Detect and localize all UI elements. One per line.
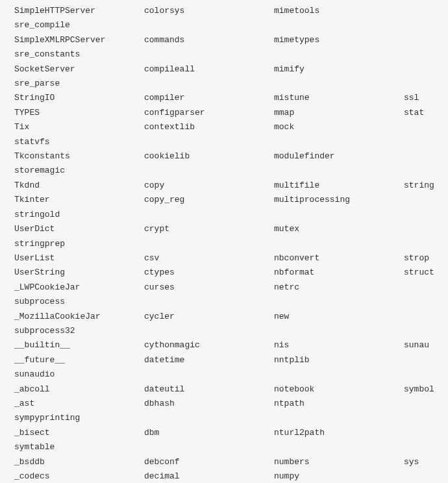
module-name: sre_parse bbox=[14, 77, 144, 91]
module-row: subprocess bbox=[14, 295, 448, 309]
module-list: SimpleHTTPServercolorsysmimetoolssre_com… bbox=[14, 4, 448, 483]
module-name: numbers bbox=[274, 455, 404, 469]
module-name: _MozillaCookieJar bbox=[14, 310, 144, 324]
module-name: new bbox=[274, 310, 404, 324]
module-row: SimpleXMLRPCServercommandsmimetypes bbox=[14, 33, 448, 47]
module-name: Tkinter bbox=[14, 193, 144, 207]
module-row: _bisectdbmnturl2path bbox=[14, 426, 448, 440]
module-name: Tkdnd bbox=[14, 179, 144, 193]
module-name: debconf bbox=[144, 455, 274, 469]
module-row: sre_constants bbox=[14, 47, 448, 62]
module-name: compiler bbox=[144, 91, 274, 105]
module-row: SimpleHTTPServercolorsysmimetools bbox=[14, 4, 448, 18]
module-row: sre_compile bbox=[14, 18, 448, 32]
module-row: UserDictcryptmutex bbox=[14, 222, 448, 236]
module-name: struct bbox=[404, 266, 434, 280]
module-row: sympyprinting bbox=[14, 411, 448, 425]
module-name: netrc bbox=[274, 280, 404, 295]
module-name: stringprep bbox=[14, 237, 144, 251]
module-name: nis bbox=[274, 338, 404, 353]
module-row: TYPESconfigparsermmapstat bbox=[14, 106, 448, 120]
module-row: _codecsdecimalnumpy bbox=[14, 469, 448, 483]
module-row: __builtin__cythonmagicnissunau bbox=[14, 338, 448, 353]
module-name: datetime bbox=[144, 353, 274, 367]
module-name: multifile bbox=[274, 179, 404, 193]
module-name: sre_compile bbox=[14, 18, 144, 32]
module-row: _bsddbdebconfnumberssys bbox=[14, 455, 448, 469]
module-name: mistune bbox=[274, 91, 404, 105]
module-row: statvfs bbox=[14, 135, 448, 149]
module-name: cookielib bbox=[144, 149, 274, 164]
module-row: symtable bbox=[14, 440, 448, 454]
module-name: stat bbox=[404, 106, 424, 120]
module-name: _LWPCookieJar bbox=[14, 280, 144, 295]
module-name: ntpath bbox=[274, 397, 404, 411]
module-name: storemagic bbox=[14, 164, 144, 178]
module-name: nbconvert bbox=[274, 251, 404, 266]
module-name: nntplib bbox=[274, 353, 404, 367]
module-name: _ast bbox=[14, 397, 144, 411]
module-name: ctypes bbox=[144, 266, 274, 280]
module-name: mimify bbox=[274, 62, 404, 77]
module-name: __builtin__ bbox=[14, 338, 144, 353]
module-name: subprocess32 bbox=[14, 324, 144, 338]
module-name: dbm bbox=[144, 426, 274, 440]
module-name: dateutil bbox=[144, 382, 274, 397]
module-name: TYPES bbox=[14, 106, 144, 120]
module-row: __future__datetimenntplib bbox=[14, 353, 448, 367]
module-name: notebook bbox=[274, 382, 404, 397]
module-name: _abcoll bbox=[14, 382, 144, 397]
module-name: curses bbox=[144, 280, 274, 295]
module-name: _codecs bbox=[14, 469, 144, 483]
module-name: modulefinder bbox=[274, 149, 404, 164]
module-row: StringIOcompilermistunessl bbox=[14, 91, 448, 105]
module-name: compileall bbox=[144, 62, 274, 77]
module-row: _LWPCookieJarcursesnetrc bbox=[14, 280, 448, 295]
module-name: nbformat bbox=[274, 266, 404, 280]
module-name: SimpleXMLRPCServer bbox=[14, 33, 144, 47]
module-name: StringIO bbox=[14, 91, 144, 105]
module-row: sunaudio bbox=[14, 367, 448, 382]
module-name: multiprocessing bbox=[274, 193, 404, 207]
module-name: _bisect bbox=[14, 426, 144, 440]
module-name: mock bbox=[274, 120, 404, 134]
module-name: symtable bbox=[14, 440, 144, 454]
module-row: SocketServercompileallmimify bbox=[14, 62, 448, 77]
module-row: sre_parse bbox=[14, 77, 448, 91]
module-name: sympyprinting bbox=[14, 411, 144, 425]
module-row: _abcolldateutilnotebooksymbol bbox=[14, 382, 448, 397]
module-name: cythonmagic bbox=[144, 338, 274, 353]
module-row: storemagic bbox=[14, 164, 448, 178]
module-name: statvfs bbox=[14, 135, 144, 149]
module-row: UserStringctypesnbformatstruct bbox=[14, 266, 448, 280]
module-name: sunaudio bbox=[14, 367, 144, 382]
module-name: string bbox=[404, 179, 434, 193]
module-name: decimal bbox=[144, 469, 274, 483]
module-name: commands bbox=[144, 33, 274, 47]
module-row: stringold bbox=[14, 208, 448, 222]
module-name: configparser bbox=[144, 106, 274, 120]
module-name: dbhash bbox=[144, 397, 274, 411]
module-row: Tkdndcopymultifilestring bbox=[14, 179, 448, 193]
module-row: stringprep bbox=[14, 237, 448, 251]
module-name: contextlib bbox=[144, 120, 274, 134]
module-name: nturl2path bbox=[274, 426, 404, 440]
module-name: UserDict bbox=[14, 222, 144, 236]
module-name: csv bbox=[144, 251, 274, 266]
module-name: mmap bbox=[274, 106, 404, 120]
module-row: Tixcontextlibmock bbox=[14, 120, 448, 134]
module-name: sys bbox=[404, 455, 419, 469]
module-name: mimetools bbox=[274, 4, 404, 18]
module-name: Tix bbox=[14, 120, 144, 134]
module-name: strop bbox=[404, 251, 429, 266]
module-row: UserListcsvnbconvertstrop bbox=[14, 251, 448, 266]
module-name: subprocess bbox=[14, 295, 144, 309]
module-name: mutex bbox=[274, 222, 404, 236]
module-row: _MozillaCookieJarcyclernew bbox=[14, 310, 448, 324]
module-name: ssl bbox=[404, 91, 419, 105]
module-name: SocketServer bbox=[14, 62, 144, 77]
module-row: Tkconstantscookielibmodulefinder bbox=[14, 149, 448, 164]
module-name: _bsddb bbox=[14, 455, 144, 469]
module-name: symbol bbox=[404, 382, 434, 397]
module-name: stringold bbox=[14, 208, 144, 222]
